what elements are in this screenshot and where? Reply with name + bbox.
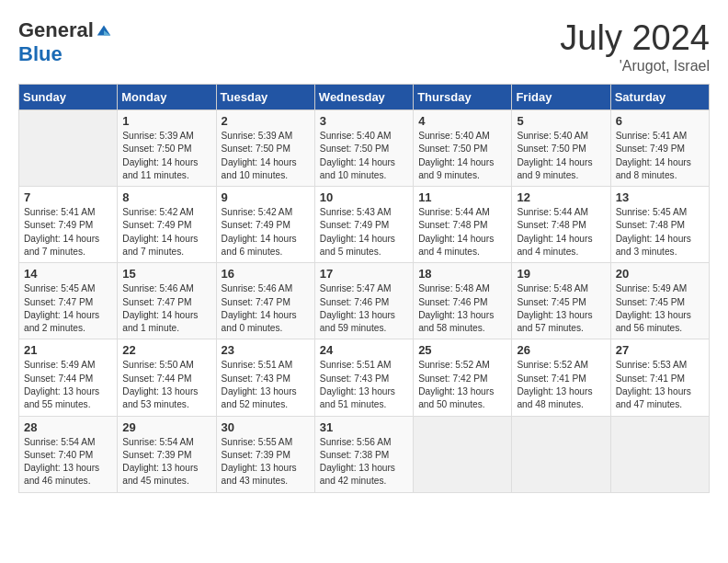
calendar-cell: 2Sunrise: 5:39 AMSunset: 7:50 PMDaylight…	[216, 110, 314, 187]
calendar-cell	[610, 416, 709, 492]
weekday-header-thursday: Thursday	[414, 85, 512, 110]
calendar-cell: 21Sunrise: 5:49 AMSunset: 7:44 PMDayligh…	[19, 339, 118, 416]
calendar-cell: 7Sunrise: 5:41 AMSunset: 7:49 PMDaylight…	[19, 187, 118, 263]
calendar-cell	[414, 416, 512, 492]
calendar-cell	[512, 416, 610, 492]
week-row-4: 21Sunrise: 5:49 AMSunset: 7:44 PMDayligh…	[19, 339, 710, 416]
week-row-1: 1Sunrise: 5:39 AMSunset: 7:50 PMDaylight…	[19, 110, 710, 187]
day-number: 15	[122, 267, 210, 281]
weekday-header-wednesday: Wednesday	[314, 85, 413, 110]
cell-info: Sunrise: 5:51 AMSunset: 7:43 PMDaylight:…	[222, 359, 310, 411]
logo: General Blue	[18, 18, 112, 66]
cell-info: Sunrise: 5:55 AMSunset: 7:39 PMDaylight:…	[222, 436, 310, 488]
week-row-2: 7Sunrise: 5:41 AMSunset: 7:49 PMDaylight…	[19, 187, 710, 263]
weekday-header-row: SundayMondayTuesdayWednesdayThursdayFrid…	[19, 85, 710, 110]
cell-info: Sunrise: 5:44 AMSunset: 7:48 PMDaylight:…	[517, 206, 605, 259]
weekday-header-tuesday: Tuesday	[216, 85, 314, 110]
calendar-cell: 1Sunrise: 5:39 AMSunset: 7:50 PMDaylight…	[118, 110, 216, 187]
weekday-header-saturday: Saturday	[610, 85, 709, 110]
cell-info: Sunrise: 5:40 AMSunset: 7:50 PMDaylight:…	[418, 130, 506, 182]
calendar-cell: 10Sunrise: 5:43 AMSunset: 7:49 PMDayligh…	[314, 187, 413, 263]
day-number: 12	[517, 190, 605, 204]
day-number: 30	[222, 420, 310, 434]
cell-info: Sunrise: 5:46 AMSunset: 7:47 PMDaylight:…	[122, 282, 210, 335]
calendar-cell	[19, 110, 118, 187]
weekday-header-sunday: Sunday	[19, 85, 118, 110]
cell-info: Sunrise: 5:43 AMSunset: 7:49 PMDaylight:…	[320, 206, 408, 259]
day-number: 14	[24, 267, 112, 281]
day-number: 22	[122, 343, 210, 357]
day-number: 16	[222, 267, 310, 281]
cell-info: Sunrise: 5:53 AMSunset: 7:41 PMDaylight:…	[616, 359, 704, 411]
calendar-cell: 24Sunrise: 5:51 AMSunset: 7:43 PMDayligh…	[314, 339, 413, 416]
day-number: 8	[122, 190, 210, 204]
cell-info: Sunrise: 5:47 AMSunset: 7:46 PMDaylight:…	[320, 282, 408, 335]
cell-info: Sunrise: 5:48 AMSunset: 7:46 PMDaylight:…	[418, 282, 506, 335]
calendar-cell: 9Sunrise: 5:42 AMSunset: 7:49 PMDaylight…	[216, 187, 314, 263]
calendar-cell: 17Sunrise: 5:47 AMSunset: 7:46 PMDayligh…	[314, 263, 413, 339]
calendar-cell: 14Sunrise: 5:45 AMSunset: 7:47 PMDayligh…	[19, 263, 118, 339]
day-number: 19	[517, 267, 605, 281]
week-row-3: 14Sunrise: 5:45 AMSunset: 7:47 PMDayligh…	[19, 263, 710, 339]
cell-info: Sunrise: 5:45 AMSunset: 7:47 PMDaylight:…	[24, 282, 112, 335]
calendar-cell: 27Sunrise: 5:53 AMSunset: 7:41 PMDayligh…	[610, 339, 709, 416]
logo-blue-text: Blue	[18, 42, 63, 66]
day-number: 7	[24, 190, 112, 204]
calendar-cell: 28Sunrise: 5:54 AMSunset: 7:40 PMDayligh…	[19, 416, 118, 492]
calendar-cell: 30Sunrise: 5:55 AMSunset: 7:39 PMDayligh…	[216, 416, 314, 492]
cell-info: Sunrise: 5:56 AMSunset: 7:38 PMDaylight:…	[320, 436, 408, 488]
day-number: 21	[24, 343, 112, 357]
day-number: 4	[418, 114, 506, 128]
cell-info: Sunrise: 5:41 AMSunset: 7:49 PMDaylight:…	[616, 130, 704, 182]
day-number: 13	[616, 190, 704, 204]
cell-info: Sunrise: 5:39 AMSunset: 7:50 PMDaylight:…	[122, 130, 210, 182]
cell-info: Sunrise: 5:48 AMSunset: 7:45 PMDaylight:…	[517, 282, 605, 335]
day-number: 23	[222, 343, 310, 357]
calendar-cell: 3Sunrise: 5:40 AMSunset: 7:50 PMDaylight…	[314, 110, 413, 187]
page-header: General Blue July 2024 'Arugot, Israel	[18, 18, 710, 75]
logo-general-text: General	[18, 18, 94, 42]
location: 'Arugot, Israel	[560, 58, 710, 75]
calendar-cell: 12Sunrise: 5:44 AMSunset: 7:48 PMDayligh…	[512, 187, 610, 263]
day-number: 25	[418, 343, 506, 357]
calendar-cell: 15Sunrise: 5:46 AMSunset: 7:47 PMDayligh…	[118, 263, 216, 339]
day-number: 17	[320, 267, 408, 281]
cell-info: Sunrise: 5:51 AMSunset: 7:43 PMDaylight:…	[320, 359, 408, 411]
week-row-5: 28Sunrise: 5:54 AMSunset: 7:40 PMDayligh…	[19, 416, 710, 492]
day-number: 10	[320, 190, 408, 204]
calendar-cell: 13Sunrise: 5:45 AMSunset: 7:48 PMDayligh…	[610, 187, 709, 263]
weekday-header-monday: Monday	[118, 85, 216, 110]
cell-info: Sunrise: 5:49 AMSunset: 7:45 PMDaylight:…	[616, 282, 704, 335]
calendar-cell: 22Sunrise: 5:50 AMSunset: 7:44 PMDayligh…	[118, 339, 216, 416]
day-number: 26	[517, 343, 605, 357]
cell-info: Sunrise: 5:52 AMSunset: 7:42 PMDaylight:…	[418, 359, 506, 411]
calendar-cell: 8Sunrise: 5:42 AMSunset: 7:49 PMDaylight…	[118, 187, 216, 263]
cell-info: Sunrise: 5:46 AMSunset: 7:47 PMDaylight:…	[222, 282, 310, 335]
day-number: 1	[122, 114, 210, 128]
month-title: July 2024	[560, 18, 710, 58]
day-number: 9	[222, 190, 310, 204]
calendar-cell: 23Sunrise: 5:51 AMSunset: 7:43 PMDayligh…	[216, 339, 314, 416]
cell-info: Sunrise: 5:40 AMSunset: 7:50 PMDaylight:…	[320, 130, 408, 182]
calendar-cell: 11Sunrise: 5:44 AMSunset: 7:48 PMDayligh…	[414, 187, 512, 263]
day-number: 28	[24, 420, 112, 434]
day-number: 31	[320, 420, 408, 434]
calendar-cell: 29Sunrise: 5:54 AMSunset: 7:39 PMDayligh…	[118, 416, 216, 492]
cell-info: Sunrise: 5:39 AMSunset: 7:50 PMDaylight:…	[222, 130, 310, 182]
title-block: July 2024 'Arugot, Israel	[560, 18, 710, 75]
cell-info: Sunrise: 5:41 AMSunset: 7:49 PMDaylight:…	[24, 206, 112, 259]
day-number: 2	[222, 114, 310, 128]
cell-info: Sunrise: 5:54 AMSunset: 7:39 PMDaylight:…	[122, 436, 210, 488]
cell-info: Sunrise: 5:54 AMSunset: 7:40 PMDaylight:…	[24, 436, 112, 488]
calendar-cell: 25Sunrise: 5:52 AMSunset: 7:42 PMDayligh…	[414, 339, 512, 416]
calendar-cell: 4Sunrise: 5:40 AMSunset: 7:50 PMDaylight…	[414, 110, 512, 187]
calendar-cell: 5Sunrise: 5:40 AMSunset: 7:50 PMDaylight…	[512, 110, 610, 187]
day-number: 24	[320, 343, 408, 357]
weekday-header-friday: Friday	[512, 85, 610, 110]
day-number: 27	[616, 343, 704, 357]
logo-icon	[96, 22, 112, 39]
cell-info: Sunrise: 5:45 AMSunset: 7:48 PMDaylight:…	[616, 206, 704, 259]
cell-info: Sunrise: 5:44 AMSunset: 7:48 PMDaylight:…	[418, 206, 506, 259]
day-number: 29	[122, 420, 210, 434]
calendar-cell: 26Sunrise: 5:52 AMSunset: 7:41 PMDayligh…	[512, 339, 610, 416]
